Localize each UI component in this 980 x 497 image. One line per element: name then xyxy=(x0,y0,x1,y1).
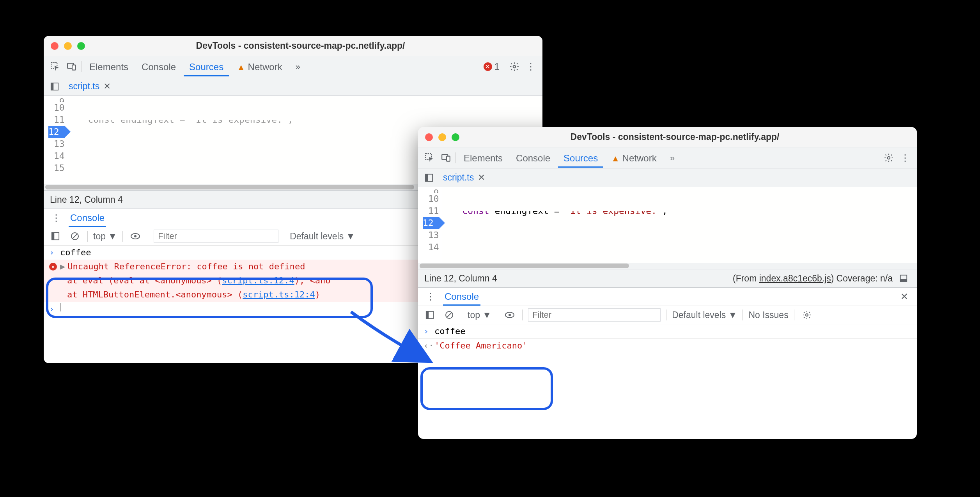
drawer-tab-console[interactable]: Console xyxy=(443,288,480,306)
svg-point-3 xyxy=(513,65,516,68)
window-title: DevTools - consistent-source-map-pc.netl… xyxy=(467,132,910,142)
drawer-tab-console[interactable]: Console xyxy=(69,209,106,227)
trace-link[interactable]: script.ts:12:4 xyxy=(243,290,315,299)
live-expression-icon[interactable] xyxy=(128,229,142,243)
device-icon[interactable] xyxy=(439,151,453,165)
coverage-label: Coverage: n/a xyxy=(836,273,893,284)
file-tab-script-ts[interactable]: script.ts ✕ xyxy=(440,170,488,185)
console-sidebar-icon[interactable] xyxy=(423,308,437,322)
minimize-window-button[interactable] xyxy=(64,42,72,50)
traffic-lights xyxy=(51,42,85,50)
close-tab-icon[interactable]: ✕ xyxy=(478,172,485,183)
coverage-icon[interactable] xyxy=(897,271,911,285)
h-scrollbar[interactable] xyxy=(418,263,917,269)
console-result-text: 'Coffee Americano' xyxy=(434,340,527,352)
svg-rect-19 xyxy=(900,279,907,281)
close-window-button[interactable] xyxy=(51,42,58,50)
clear-console-icon[interactable] xyxy=(442,308,456,322)
file-tabs: script.ts ✕ xyxy=(418,168,917,187)
maximize-window-button[interactable] xyxy=(77,42,85,50)
log-levels-selector[interactable]: Default levels ▼ xyxy=(290,231,355,242)
svg-point-11 xyxy=(134,235,136,237)
console-toolbar: top ▼ Default levels ▼ No Issues xyxy=(418,306,917,324)
console-input-row: › coffee xyxy=(418,324,917,338)
svg-rect-14 xyxy=(447,156,450,161)
editor-status-bar: Line 12, Column 4 (From index.a8c1ec6b.j… xyxy=(418,269,917,288)
window-title: DevTools - consistent-source-map-pc.netl… xyxy=(93,41,535,51)
show-navigator-icon[interactable] xyxy=(48,80,62,94)
console-input-text: coffee xyxy=(434,325,465,338)
main-toolbar: Elements Console Sources ▲ Network » ⋮ xyxy=(418,147,917,168)
close-drawer-icon[interactable]: ✕ xyxy=(897,290,911,304)
svg-rect-7 xyxy=(52,233,54,240)
close-window-button[interactable] xyxy=(425,133,433,141)
drawer-kebab-icon[interactable]: ⋮ xyxy=(49,211,63,225)
console-sidebar-icon[interactable] xyxy=(48,229,62,243)
source-map-link[interactable]: index.a8c1ec6b.js xyxy=(759,273,831,283)
file-tab-label: script.ts xyxy=(69,81,99,92)
code-editor[interactable]: 9 10 11 12 13 14 const endingText = 'It … xyxy=(418,187,917,263)
tab-console[interactable]: Console xyxy=(510,148,556,168)
breakpoint-indicator[interactable]: 12 xyxy=(48,126,65,138)
line-gutter: 9 10 11 12 13 14 xyxy=(418,187,442,263)
context-selector[interactable]: top ▼ xyxy=(468,310,491,320)
svg-rect-2 xyxy=(72,65,76,70)
minimize-window-button[interactable] xyxy=(438,133,446,141)
chevron-right-icon: › xyxy=(49,303,56,315)
tab-elements[interactable]: Elements xyxy=(84,57,134,76)
tab-console[interactable]: Console xyxy=(136,57,181,76)
tab-sources[interactable]: Sources xyxy=(558,148,603,168)
device-icon[interactable] xyxy=(65,60,79,74)
settings-icon[interactable] xyxy=(507,60,521,74)
tab-elements[interactable]: Elements xyxy=(458,148,508,168)
clear-console-icon[interactable] xyxy=(68,229,82,243)
tab-network[interactable]: ▲ Network xyxy=(231,57,287,76)
traffic-lights xyxy=(425,133,459,141)
settings-icon[interactable] xyxy=(882,151,896,165)
main-toolbar: Elements Console Sources ▲ Network » ✕ 1… xyxy=(44,56,542,77)
chevron-right-icon: › xyxy=(424,354,431,366)
titlebar: DevTools - consistent-source-map-pc.netl… xyxy=(44,36,542,56)
console-result-row: ‹· 'Coffee Americano' xyxy=(418,338,917,353)
cursor-position: Line 12, Column 4 xyxy=(50,195,123,205)
trace-link[interactable]: script.ts:12:4 xyxy=(222,276,294,285)
kebab-menu-icon[interactable]: ⋮ xyxy=(898,151,912,165)
drawer-kebab-icon[interactable]: ⋮ xyxy=(424,290,438,304)
cursor-position: Line 12, Column 4 xyxy=(424,273,497,284)
inspect-icon[interactable] xyxy=(423,151,437,165)
tab-network[interactable]: ▲ Network xyxy=(606,148,662,168)
svg-rect-17 xyxy=(425,174,428,181)
console-prompt-row[interactable]: › xyxy=(418,353,917,367)
line-gutter: 9 10 11 12 13 14 15 xyxy=(44,96,68,184)
console-body[interactable]: › coffee ‹· 'Coffee Americano' › xyxy=(418,324,917,367)
maximize-window-button[interactable] xyxy=(452,133,459,141)
console-input-text: coffee xyxy=(60,246,91,259)
error-icon: ✕ xyxy=(484,62,492,71)
source-map-from: (From index.a8c1ec6b.js) xyxy=(733,273,834,284)
inspect-icon[interactable] xyxy=(48,60,62,74)
context-selector[interactable]: top ▼ xyxy=(93,231,117,242)
svg-point-25 xyxy=(509,314,511,316)
filter-input[interactable] xyxy=(528,308,661,322)
close-tab-icon[interactable]: ✕ xyxy=(103,81,111,92)
live-expression-icon[interactable] xyxy=(503,308,517,322)
error-message: Uncaught ReferenceError: coffee is not d… xyxy=(67,260,305,273)
log-levels-selector[interactable]: Default levels ▼ xyxy=(672,310,737,320)
kebab-menu-icon[interactable]: ⋮ xyxy=(524,60,538,74)
more-tabs-button[interactable]: » xyxy=(665,149,680,167)
error-indicator[interactable]: ✕ 1 xyxy=(484,61,500,72)
code-content[interactable]: const endingText = 'It is expensive.'; c… xyxy=(442,187,917,263)
result-arrow-icon: ‹· xyxy=(424,340,431,352)
drawer-header: ⋮ Console ✕ xyxy=(418,288,917,306)
more-tabs-button[interactable]: » xyxy=(290,57,306,76)
issues-button[interactable]: No Issues xyxy=(748,310,788,320)
console-settings-icon[interactable] xyxy=(800,308,814,322)
expand-icon[interactable]: ▶ xyxy=(60,260,65,273)
file-tab-script-ts[interactable]: script.ts ✕ xyxy=(66,79,114,94)
show-navigator-icon[interactable] xyxy=(422,171,436,185)
svg-line-23 xyxy=(447,313,452,317)
breakpoint-indicator[interactable]: 12 xyxy=(423,217,439,229)
filter-input[interactable] xyxy=(154,230,278,243)
svg-point-15 xyxy=(888,156,890,159)
tab-sources[interactable]: Sources xyxy=(184,57,229,76)
